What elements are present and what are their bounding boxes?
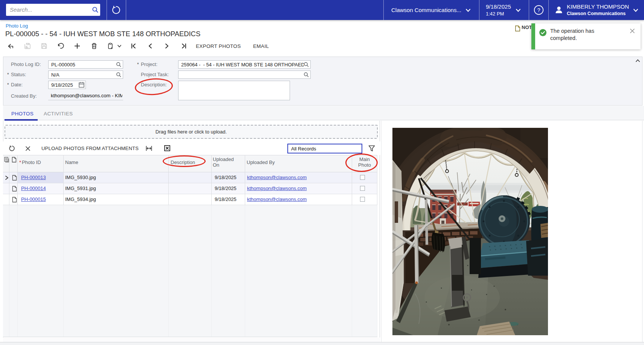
svg-text:?: ? — [537, 7, 540, 13]
